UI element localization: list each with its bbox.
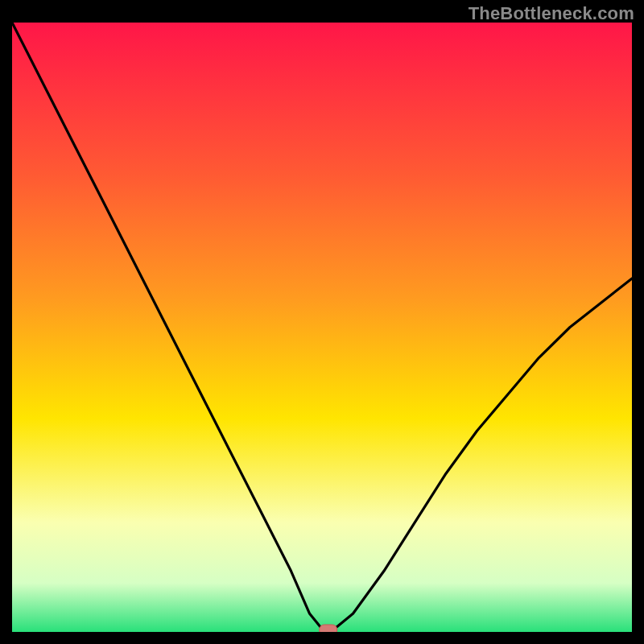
- watermark-text: TheBottleneck.com: [469, 3, 634, 24]
- plot-area: [12, 23, 632, 632]
- chart-frame: TheBottleneck.com: [0, 0, 644, 644]
- gradient-background: [12, 23, 632, 632]
- chart-svg: [12, 23, 632, 632]
- optimal-marker: [320, 625, 337, 632]
